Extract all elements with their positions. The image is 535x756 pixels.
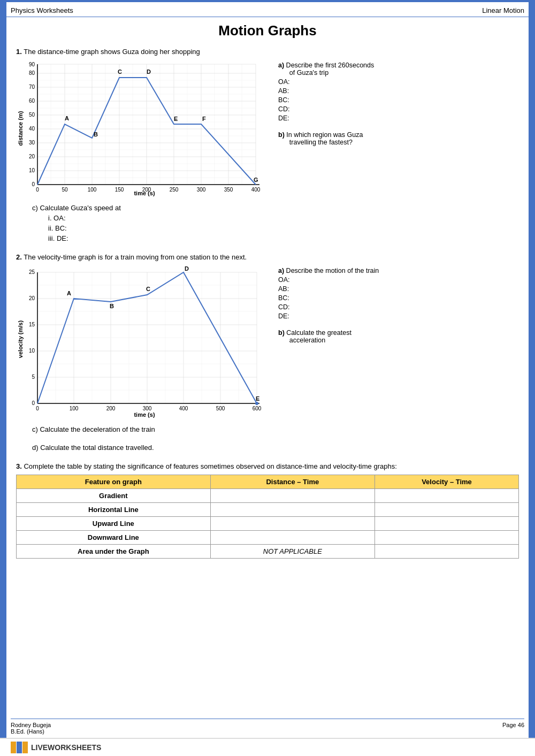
question-1: 1. The distance-time graph shows Guza do… <box>16 48 519 242</box>
svg-text:90: 90 <box>29 62 35 67</box>
svg-text:B: B <box>110 303 114 309</box>
area-vt <box>374 545 518 559</box>
lw-logo-icon <box>11 742 28 753</box>
liveworksheets-label: LIVEWORKSHEETS <box>31 743 101 752</box>
upward-vt <box>374 517 518 531</box>
col-distance-time: Distance – Time <box>210 475 374 489</box>
feature-area: Area under the Graph <box>17 545 211 559</box>
q1-c-i: i. OA: <box>48 214 519 222</box>
q1-ab: AB: <box>278 87 519 95</box>
svg-text:250: 250 <box>170 187 179 193</box>
q2-d-label: d) Calculate the total distance travelle… <box>32 444 519 452</box>
q3-intro: 3. Complete the table by stating the sig… <box>16 462 519 470</box>
q1-oa: OA: <box>278 78 519 86</box>
downward-vt <box>374 531 518 545</box>
q1-side-questions: a) Describe the first 260seconds of Guza… <box>278 59 519 148</box>
svg-text:600: 600 <box>253 406 262 411</box>
horizontal-dt <box>210 503 374 517</box>
svg-text:80: 80 <box>29 70 35 76</box>
q1-c-label: c) Calculate Guza's speed at <box>32 204 519 212</box>
left-border <box>0 0 6 756</box>
svg-text:300: 300 <box>143 406 152 411</box>
q1-c-ii: ii. BC: <box>48 224 519 232</box>
svg-text:200: 200 <box>142 187 151 193</box>
svg-text:50: 50 <box>29 112 35 118</box>
svg-text:time (s): time (s) <box>134 411 155 418</box>
gradient-dt <box>210 489 374 503</box>
table-row: Downward Line <box>17 531 519 545</box>
svg-text:E: E <box>174 116 178 122</box>
svg-text:150: 150 <box>115 187 124 193</box>
q2-oa: OA: <box>278 276 519 284</box>
svg-text:0: 0 <box>32 181 35 187</box>
q2-svg: time (s) velocity (m/s) <box>16 264 273 419</box>
q2-cd: CD: <box>278 303 519 311</box>
q2-side-b: b) Calculate the greatest acceleration <box>278 329 519 344</box>
feature-downward: Downward Line <box>17 531 211 545</box>
q2-c-label: c) Calculate the deceleration of the tra… <box>32 425 519 433</box>
feature-table: Feature on graph Distance – Time Velocit… <box>16 475 519 559</box>
svg-text:E: E <box>256 395 259 402</box>
svg-rect-113 <box>17 742 22 753</box>
svg-text:30: 30 <box>29 140 35 146</box>
table-header-row: Feature on graph Distance – Time Velocit… <box>17 475 519 489</box>
q1-sub-c: c) Calculate Guza's speed at i. OA: ii. … <box>32 204 519 242</box>
svg-text:50: 50 <box>62 187 68 193</box>
q2-side-a: a) Describe the motion of the train <box>278 267 519 274</box>
svg-text:F: F <box>202 116 206 122</box>
downward-dt <box>210 531 374 545</box>
area-dt: NOT APPLICABLE <box>210 545 374 559</box>
q1-side-a: a) Describe the first 260seconds of Guza… <box>278 62 519 77</box>
q1-graph-row: time (s) distance (m) <box>16 59 519 200</box>
q1-graph: time (s) distance (m) <box>16 59 273 200</box>
q1-c-iii: iii. DE: <box>48 234 519 242</box>
svg-text:B: B <box>94 131 98 138</box>
svg-text:G: G <box>254 177 258 183</box>
q2-sub-d: d) Calculate the total distance travelle… <box>32 444 519 452</box>
svg-text:100: 100 <box>70 406 79 411</box>
footer-author: Rodney Bugeja B.Ed. (Hans) <box>11 722 51 735</box>
svg-text:500: 500 <box>216 406 225 411</box>
svg-text:0: 0 <box>36 406 39 411</box>
question-3: 3. Complete the table by stating the sig… <box>16 462 519 559</box>
q2-side-questions: a) Describe the motion of the train OA: … <box>278 264 519 346</box>
q1-cd: CD: <box>278 105 519 113</box>
svg-text:0: 0 <box>32 400 35 406</box>
svg-text:20: 20 <box>29 295 35 301</box>
svg-text:400: 400 <box>179 406 188 411</box>
table-body: Gradient Horizontal Line Upward Line Dow… <box>17 489 519 559</box>
svg-text:D: D <box>147 68 151 75</box>
header-right: Linear Motion <box>482 6 524 14</box>
svg-text:400: 400 <box>251 187 261 193</box>
horizontal-vt <box>374 503 518 517</box>
table-row: Upward Line <box>17 517 519 531</box>
svg-text:A: A <box>65 115 69 121</box>
right-border <box>529 0 535 756</box>
header: Physics Worksheets Linear Motion <box>0 0 535 17</box>
q2-de: DE: <box>278 312 519 320</box>
q2-intro: 2. The velocity-time graph is for a trai… <box>16 253 519 261</box>
svg-text:C: C <box>146 286 150 292</box>
svg-point-106 <box>255 402 258 405</box>
svg-text:20: 20 <box>29 154 35 159</box>
upward-dt <box>210 517 374 531</box>
col-velocity-time: Velocity – Time <box>374 475 518 489</box>
q2-ab: AB: <box>278 285 519 293</box>
svg-text:distance (m): distance (m) <box>17 111 24 146</box>
q1-svg: time (s) distance (m) <box>16 59 273 198</box>
feature-horizontal: Horizontal Line <box>17 503 211 517</box>
footer-page: Page 46 <box>502 722 524 735</box>
gradient-vt <box>374 489 518 503</box>
svg-text:200: 200 <box>106 406 116 411</box>
svg-text:velocity (m/s): velocity (m/s) <box>17 320 24 358</box>
page-title: Motion Graphs <box>16 22 519 39</box>
svg-text:40: 40 <box>29 126 35 132</box>
svg-text:60: 60 <box>29 98 35 104</box>
feature-gradient: Gradient <box>17 489 211 503</box>
liveworksheets-bar: LIVEWORKSHEETS <box>0 738 535 756</box>
svg-rect-114 <box>22 742 28 753</box>
feature-upward: Upward Line <box>17 517 211 531</box>
q1-bc: BC: <box>278 96 519 104</box>
col-feature: Feature on graph <box>17 475 211 489</box>
table-row: Horizontal Line <box>17 503 519 517</box>
